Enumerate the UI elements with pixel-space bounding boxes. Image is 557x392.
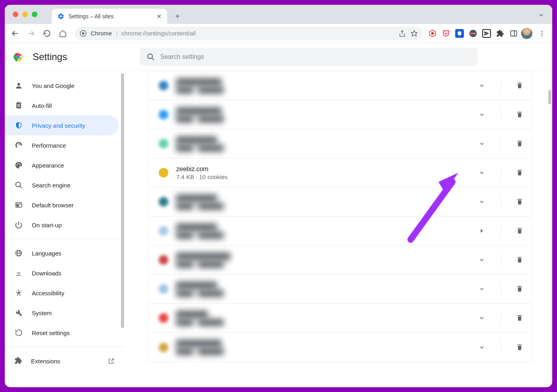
share-icon[interactable] bbox=[399, 30, 406, 37]
expand-site-button[interactable] bbox=[477, 168, 486, 177]
address-bar[interactable]: Chrome | chrome://settings/content/all bbox=[75, 27, 423, 40]
svg-point-19 bbox=[17, 55, 19, 58]
expand-site-button[interactable] bbox=[477, 314, 486, 322]
sidebar-item-default[interactable]: Default browser bbox=[5, 195, 119, 215]
site-info: █████████ ████ · ██████ bbox=[176, 224, 477, 238]
search-placeholder: Search settings bbox=[160, 53, 204, 60]
sidebar-item-accessibility[interactable]: Accessibility bbox=[5, 283, 119, 303]
maximize-window-button[interactable] bbox=[32, 12, 37, 17]
bookmark-star-icon[interactable] bbox=[411, 30, 418, 37]
site-row[interactable]: ███████ ████ · ██████ bbox=[148, 304, 532, 333]
site-title: ██████████ bbox=[176, 78, 477, 86]
delete-site-button[interactable] bbox=[515, 226, 524, 235]
extension-bitwarden-icon[interactable] bbox=[455, 29, 464, 38]
site-title: █████████ bbox=[176, 224, 477, 231]
sidebar-item-extensions[interactable]: Extensions bbox=[5, 351, 124, 371]
site-info: ███████ ████ · ██████ bbox=[176, 311, 477, 326]
tab-title: Settings – All sites bbox=[68, 13, 114, 20]
site-row[interactable]: █████████ ████ · ██████ bbox=[148, 187, 532, 216]
extensions-menu-icon[interactable] bbox=[496, 29, 504, 38]
expand-site-button[interactable] bbox=[477, 255, 486, 264]
new-tab-button[interactable]: + bbox=[171, 10, 184, 23]
sidebar-item-label: Downloads bbox=[32, 270, 61, 277]
delete-site-button[interactable] bbox=[515, 314, 524, 322]
sidebar-item-label: Appearance bbox=[32, 162, 64, 169]
site-favicon bbox=[159, 168, 168, 177]
site-info-icon[interactable] bbox=[80, 30, 87, 37]
clipboard-icon bbox=[14, 101, 23, 110]
sidebar-item-privacy[interactable]: Privacy and security bbox=[5, 115, 119, 135]
delete-site-button[interactable] bbox=[515, 343, 524, 352]
delete-site-button[interactable] bbox=[515, 168, 524, 177]
sidebar-item-reset[interactable]: Reset settings bbox=[5, 323, 119, 343]
browser-menu-button[interactable] bbox=[536, 27, 548, 40]
puzzle-icon bbox=[14, 357, 22, 366]
site-title: ██████████ bbox=[176, 107, 477, 115]
sidebar-item-performance[interactable]: Performance bbox=[5, 135, 119, 155]
sidebar-item-you[interactable]: You and Google bbox=[5, 76, 119, 96]
close-window-button[interactable] bbox=[13, 12, 18, 17]
expand-site-button[interactable] bbox=[477, 226, 486, 235]
sidebar-item-system[interactable]: System bbox=[5, 303, 119, 323]
delete-site-button[interactable] bbox=[515, 110, 524, 119]
sites-list: ██████████ ████ · ██████ ██████████ ████… bbox=[148, 71, 532, 362]
sidebar-scrollbar[interactable] bbox=[121, 73, 124, 328]
sidebar-item-search[interactable]: Search engine bbox=[5, 175, 119, 195]
delete-site-button[interactable] bbox=[515, 255, 524, 264]
close-tab-button[interactable]: ✕ bbox=[156, 13, 162, 20]
site-row[interactable]: ██████████ ████ · ██████ bbox=[148, 333, 532, 362]
site-row[interactable]: ██████████ ████ · ██████ bbox=[148, 71, 532, 100]
browser-icon bbox=[14, 201, 23, 209]
browser-tab[interactable]: Settings – All sites ✕ bbox=[52, 9, 167, 24]
forward-button[interactable] bbox=[25, 27, 37, 40]
reload-button[interactable] bbox=[41, 27, 53, 40]
extension-telegram-icon[interactable] bbox=[482, 29, 491, 38]
delete-site-button[interactable] bbox=[515, 197, 524, 206]
delete-site-button[interactable] bbox=[515, 285, 524, 293]
expand-site-button[interactable] bbox=[477, 81, 486, 90]
site-title: █████████ bbox=[176, 137, 477, 144]
wrench-icon bbox=[14, 308, 23, 317]
delete-site-button[interactable] bbox=[515, 81, 524, 90]
sidebar-item-languages[interactable]: Languages bbox=[5, 243, 119, 263]
back-button[interactable] bbox=[9, 27, 21, 40]
site-subtitle: ████ · ██████ bbox=[176, 348, 477, 355]
expand-site-button[interactable] bbox=[477, 197, 486, 206]
expand-site-button[interactable] bbox=[477, 139, 486, 148]
site-title: █████████ bbox=[176, 195, 477, 202]
site-row[interactable]: ██████████ ████ · ██████ bbox=[148, 100, 532, 129]
site-info: █████████ ████ · ██████ bbox=[176, 282, 477, 296]
site-row[interactable]: █████████ ████ · ██████ bbox=[148, 129, 532, 158]
tabs-dropdown-button[interactable] bbox=[536, 10, 546, 20]
site-row[interactable]: zeebiz.com 7.4 KB · 10 cookies bbox=[148, 158, 532, 187]
delete-site-button[interactable] bbox=[515, 139, 524, 148]
site-favicon bbox=[159, 81, 168, 90]
extension-adblock-icon[interactable] bbox=[428, 29, 437, 38]
sidebar-item-startup[interactable]: On start-up bbox=[5, 215, 119, 235]
home-button[interactable] bbox=[56, 27, 69, 40]
settings-gear-icon bbox=[57, 13, 64, 20]
site-row[interactable]: █████████ ████ · ██████ bbox=[148, 275, 532, 304]
svg-point-7 bbox=[431, 32, 434, 35]
restore-icon bbox=[14, 328, 23, 337]
sidebar-item-autofill[interactable]: Auto-fill bbox=[5, 96, 119, 115]
sidebar-item-downloads[interactable]: Downloads bbox=[5, 263, 119, 283]
url-path: chrome://settings/content/all bbox=[121, 30, 196, 37]
profile-avatar[interactable] bbox=[521, 28, 532, 39]
extension-icons bbox=[428, 29, 518, 38]
svg-point-14 bbox=[541, 31, 543, 32]
site-row[interactable]: █████████ ████ · ██████ bbox=[148, 216, 532, 246]
expand-site-button[interactable] bbox=[477, 285, 486, 293]
extension-ninja-icon[interactable] bbox=[469, 29, 477, 38]
site-info: █████████ ████ · ██████ bbox=[176, 137, 477, 151]
expand-site-button[interactable] bbox=[477, 110, 486, 119]
content-scrollbar[interactable] bbox=[548, 90, 551, 104]
minimize-window-button[interactable] bbox=[22, 12, 28, 17]
external-link-icon bbox=[108, 358, 115, 364]
site-row[interactable]: ████████████ ████ · ██████ bbox=[148, 246, 532, 275]
search-settings-input[interactable]: Search settings bbox=[140, 48, 478, 66]
sidebar-item-appearance[interactable]: Appearance bbox=[5, 155, 119, 175]
side-panel-icon[interactable] bbox=[509, 29, 518, 38]
expand-site-button[interactable] bbox=[477, 343, 486, 352]
extension-pocket-icon[interactable] bbox=[442, 29, 450, 38]
